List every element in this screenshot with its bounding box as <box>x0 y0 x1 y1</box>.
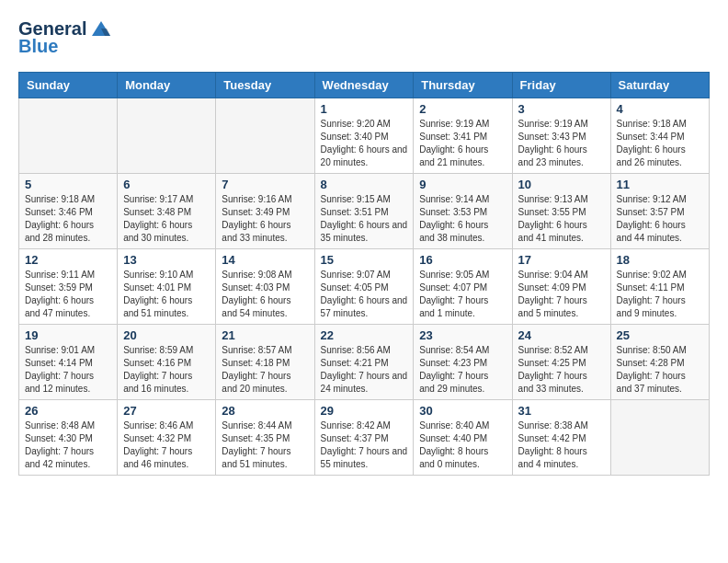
calendar-week-row: 12Sunrise: 9:11 AM Sunset: 3:59 PM Dayli… <box>19 249 710 325</box>
day-info: Sunrise: 9:18 AM Sunset: 3:44 PM Dayligh… <box>617 118 703 169</box>
logo-blue: Blue <box>18 36 58 57</box>
calendar-day: 19Sunrise: 9:01 AM Sunset: 4:14 PM Dayli… <box>19 325 118 400</box>
calendar-day: 8Sunrise: 9:15 AM Sunset: 3:51 PM Daylig… <box>314 174 414 249</box>
day-number: 17 <box>518 253 605 267</box>
calendar-day <box>19 98 118 174</box>
calendar-week-row: 5Sunrise: 9:18 AM Sunset: 3:46 PM Daylig… <box>19 174 710 249</box>
day-number: 7 <box>222 178 308 191</box>
day-number: 12 <box>25 253 111 267</box>
calendar-header-row: SundayMondayTuesdayWednesdayThursdayFrid… <box>19 73 710 98</box>
calendar-day <box>216 98 314 174</box>
calendar-day: 1Sunrise: 9:20 AM Sunset: 3:40 PM Daylig… <box>314 98 414 174</box>
day-info: Sunrise: 9:05 AM Sunset: 4:07 PM Dayligh… <box>419 269 506 320</box>
calendar-day <box>610 400 709 476</box>
day-number: 27 <box>123 404 210 418</box>
day-number: 1 <box>321 102 408 116</box>
day-number: 2 <box>419 102 506 116</box>
calendar-day: 17Sunrise: 9:04 AM Sunset: 4:09 PM Dayli… <box>512 249 610 325</box>
day-info: Sunrise: 8:40 AM Sunset: 4:40 PM Dayligh… <box>419 419 506 471</box>
day-info: Sunrise: 9:12 AM Sunset: 3:57 PM Dayligh… <box>617 193 703 245</box>
calendar-day: 11Sunrise: 9:12 AM Sunset: 3:57 PM Dayli… <box>610 174 709 249</box>
day-info: Sunrise: 9:01 AM Sunset: 4:14 PM Dayligh… <box>25 344 111 396</box>
calendar-day: 14Sunrise: 9:08 AM Sunset: 4:03 PM Dayli… <box>216 249 314 325</box>
calendar-day: 10Sunrise: 9:13 AM Sunset: 3:55 PM Dayli… <box>512 174 610 249</box>
page-header: General Blue <box>18 18 710 57</box>
day-number: 24 <box>518 328 605 342</box>
day-number: 10 <box>518 178 605 191</box>
day-info: Sunrise: 9:19 AM Sunset: 3:41 PM Dayligh… <box>419 118 506 169</box>
day-info: Sunrise: 8:50 AM Sunset: 4:28 PM Dayligh… <box>617 344 703 396</box>
day-number: 20 <box>123 328 210 342</box>
day-info: Sunrise: 9:18 AM Sunset: 3:46 PM Dayligh… <box>25 193 111 245</box>
day-number: 29 <box>321 404 408 418</box>
day-number: 13 <box>123 253 210 267</box>
day-info: Sunrise: 9:16 AM Sunset: 3:49 PM Dayligh… <box>222 193 308 245</box>
day-info: Sunrise: 9:10 AM Sunset: 4:01 PM Dayligh… <box>123 269 210 320</box>
calendar-day: 15Sunrise: 9:07 AM Sunset: 4:05 PM Dayli… <box>314 249 414 325</box>
calendar-day: 23Sunrise: 8:54 AM Sunset: 4:23 PM Dayli… <box>414 325 512 400</box>
day-header-wednesday: Wednesday <box>314 73 414 98</box>
calendar-day: 20Sunrise: 8:59 AM Sunset: 4:16 PM Dayli… <box>118 325 216 400</box>
day-info: Sunrise: 8:56 AM Sunset: 4:21 PM Dayligh… <box>321 344 408 396</box>
calendar-day: 6Sunrise: 9:17 AM Sunset: 3:48 PM Daylig… <box>118 174 216 249</box>
day-number: 4 <box>617 102 703 116</box>
logo: General Blue <box>18 18 114 57</box>
calendar-day: 2Sunrise: 9:19 AM Sunset: 3:41 PM Daylig… <box>414 98 512 174</box>
day-info: Sunrise: 9:04 AM Sunset: 4:09 PM Dayligh… <box>518 269 605 320</box>
day-info: Sunrise: 9:19 AM Sunset: 3:43 PM Dayligh… <box>518 118 605 169</box>
day-number: 22 <box>321 328 408 342</box>
day-info: Sunrise: 8:54 AM Sunset: 4:23 PM Dayligh… <box>419 344 506 396</box>
calendar-day: 21Sunrise: 8:57 AM Sunset: 4:18 PM Dayli… <box>216 325 314 400</box>
calendar-day: 13Sunrise: 9:10 AM Sunset: 4:01 PM Dayli… <box>118 249 216 325</box>
day-info: Sunrise: 9:08 AM Sunset: 4:03 PM Dayligh… <box>222 269 308 320</box>
day-info: Sunrise: 9:14 AM Sunset: 3:53 PM Dayligh… <box>419 193 506 245</box>
day-number: 26 <box>25 404 111 418</box>
day-header-tuesday: Tuesday <box>216 73 314 98</box>
calendar-day: 18Sunrise: 9:02 AM Sunset: 4:11 PM Dayli… <box>610 249 709 325</box>
day-number: 3 <box>518 102 605 116</box>
day-number: 5 <box>25 178 111 191</box>
calendar-day: 27Sunrise: 8:46 AM Sunset: 4:32 PM Dayli… <box>118 400 216 476</box>
day-info: Sunrise: 9:20 AM Sunset: 3:40 PM Dayligh… <box>321 118 408 169</box>
day-header-sunday: Sunday <box>19 73 118 98</box>
day-info: Sunrise: 8:42 AM Sunset: 4:37 PM Dayligh… <box>321 419 408 471</box>
day-header-saturday: Saturday <box>610 73 709 98</box>
day-header-friday: Friday <box>512 73 610 98</box>
calendar-day: 16Sunrise: 9:05 AM Sunset: 4:07 PM Dayli… <box>414 249 512 325</box>
calendar-day: 24Sunrise: 8:52 AM Sunset: 4:25 PM Dayli… <box>512 325 610 400</box>
day-number: 18 <box>617 253 703 267</box>
day-number: 14 <box>222 253 308 267</box>
day-info: Sunrise: 9:13 AM Sunset: 3:55 PM Dayligh… <box>518 193 605 245</box>
day-info: Sunrise: 9:17 AM Sunset: 3:48 PM Dayligh… <box>123 193 210 245</box>
calendar-day: 29Sunrise: 8:42 AM Sunset: 4:37 PM Dayli… <box>314 400 414 476</box>
day-info: Sunrise: 8:44 AM Sunset: 4:35 PM Dayligh… <box>222 419 308 471</box>
day-number: 19 <box>25 328 111 342</box>
calendar-day <box>118 98 216 174</box>
calendar-day: 3Sunrise: 9:19 AM Sunset: 3:43 PM Daylig… <box>512 98 610 174</box>
calendar: SundayMondayTuesdayWednesdayThursdayFrid… <box>18 72 710 476</box>
calendar-day: 26Sunrise: 8:48 AM Sunset: 4:30 PM Dayli… <box>19 400 118 476</box>
calendar-day: 9Sunrise: 9:14 AM Sunset: 3:53 PM Daylig… <box>414 174 512 249</box>
calendar-day: 25Sunrise: 8:50 AM Sunset: 4:28 PM Dayli… <box>610 325 709 400</box>
day-number: 21 <box>222 328 308 342</box>
calendar-week-row: 26Sunrise: 8:48 AM Sunset: 4:30 PM Dayli… <box>19 400 710 476</box>
day-info: Sunrise: 9:11 AM Sunset: 3:59 PM Dayligh… <box>25 269 111 320</box>
day-number: 23 <box>419 328 506 342</box>
day-number: 16 <box>419 253 506 267</box>
calendar-day: 28Sunrise: 8:44 AM Sunset: 4:35 PM Dayli… <box>216 400 314 476</box>
day-info: Sunrise: 9:07 AM Sunset: 4:05 PM Dayligh… <box>321 269 408 320</box>
day-number: 6 <box>123 178 210 191</box>
day-header-thursday: Thursday <box>414 73 512 98</box>
day-number: 30 <box>419 404 506 418</box>
day-number: 25 <box>617 328 703 342</box>
day-number: 31 <box>518 404 605 418</box>
calendar-week-row: 19Sunrise: 9:01 AM Sunset: 4:14 PM Dayli… <box>19 325 710 400</box>
calendar-day: 12Sunrise: 9:11 AM Sunset: 3:59 PM Dayli… <box>19 249 118 325</box>
day-number: 9 <box>419 178 506 191</box>
logo-icon <box>88 19 114 40</box>
day-info: Sunrise: 8:48 AM Sunset: 4:30 PM Dayligh… <box>25 419 111 471</box>
day-number: 15 <box>321 253 408 267</box>
day-info: Sunrise: 8:38 AM Sunset: 4:42 PM Dayligh… <box>518 419 605 471</box>
calendar-week-row: 1Sunrise: 9:20 AM Sunset: 3:40 PM Daylig… <box>19 98 710 174</box>
calendar-day: 30Sunrise: 8:40 AM Sunset: 4:40 PM Dayli… <box>414 400 512 476</box>
